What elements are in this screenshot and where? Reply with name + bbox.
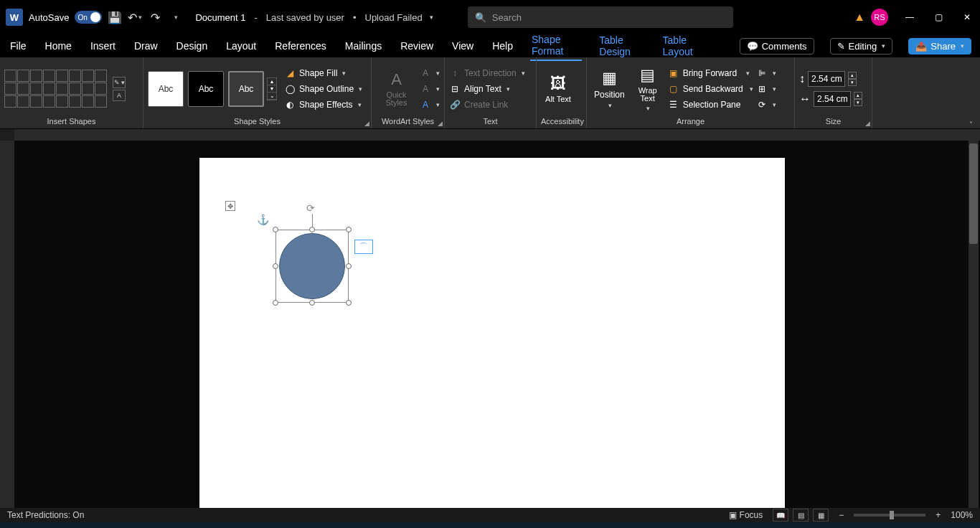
word-app-icon: W xyxy=(6,9,23,26)
tab-mailings[interactable]: Mailings xyxy=(344,37,383,55)
page[interactable]: ✥ ⚓ ⟳ ⌒ xyxy=(199,158,785,508)
move-handle-icon[interactable]: ✥ xyxy=(225,201,235,211)
upload-status[interactable]: Upload Failed xyxy=(365,12,423,23)
resize-handle[interactable] xyxy=(273,227,278,232)
vertical-scrollbar[interactable] xyxy=(969,141,979,508)
tab-layout[interactable]: Layout xyxy=(225,37,258,55)
zoom-level[interactable]: 100% xyxy=(951,510,973,520)
height-icon: ↕ xyxy=(799,72,805,85)
document-canvas[interactable]: ✥ ⚓ ⟳ ⌒ xyxy=(14,141,980,508)
resize-handle[interactable] xyxy=(273,263,278,269)
send-backward-icon: ▢ xyxy=(668,83,679,95)
resize-handle[interactable] xyxy=(346,227,352,232)
close-button[interactable]: ✕ xyxy=(960,12,974,22)
bring-forward-icon: ▣ xyxy=(668,67,679,79)
text-predictions-status[interactable]: Text Predictions: On xyxy=(7,510,84,520)
text-effects-button[interactable]: A▾ xyxy=(420,99,440,110)
focus-mode-button[interactable]: ▣ Focus xyxy=(729,510,763,520)
selected-oval-shape[interactable]: ⟳ ⌒ xyxy=(275,230,349,303)
maximize-button[interactable]: ▢ xyxy=(931,12,946,22)
group-button[interactable]: ⊞▾ xyxy=(756,83,776,95)
text-box-button[interactable]: A xyxy=(113,90,126,101)
width-icon: ↔ xyxy=(799,93,811,105)
alt-text-button[interactable]: 🖼 Alt Text xyxy=(541,73,575,105)
warning-icon[interactable]: ▲ xyxy=(854,11,865,24)
pencil-icon: ✎ xyxy=(837,41,845,52)
document-name[interactable]: Document 1 xyxy=(195,12,245,23)
tab-shape-format[interactable]: Shape Format xyxy=(530,31,582,61)
create-link-button: 🔗Create Link xyxy=(449,99,525,110)
text-direction-icon: ↕ xyxy=(449,67,461,79)
tab-view[interactable]: View xyxy=(451,37,475,55)
group-label-arrange: Arrange xyxy=(591,117,790,127)
zoom-in-button[interactable]: + xyxy=(936,510,941,520)
align-button[interactable]: ⊫▾ xyxy=(756,67,776,79)
vertical-ruler[interactable] xyxy=(0,141,14,508)
editing-mode-button[interactable]: ✎Editing▾ xyxy=(830,38,893,55)
tab-references[interactable]: References xyxy=(273,37,328,55)
shape-style-gallery[interactable]: Abc Abc Abc xyxy=(148,71,264,107)
comments-button[interactable]: 💬Comments xyxy=(740,38,814,55)
wrap-text-button[interactable]: ▤ Wrap Text▾ xyxy=(631,65,665,113)
scrollbar-thumb[interactable] xyxy=(969,143,978,244)
bring-forward-button[interactable]: ▣Bring Forward▾ xyxy=(668,67,753,79)
resize-handle[interactable] xyxy=(273,300,278,306)
position-button[interactable]: ▦ Position▾ xyxy=(591,67,628,110)
rotate-button[interactable]: ⟳▾ xyxy=(756,99,776,110)
save-icon[interactable]: 💾 xyxy=(108,10,122,24)
web-layout-button[interactable]: ▦ xyxy=(813,509,829,522)
share-button[interactable]: 📤Share▾ xyxy=(908,38,971,55)
tab-home[interactable]: Home xyxy=(44,37,73,55)
send-backward-button[interactable]: ▢Send Backward▾ xyxy=(668,83,753,95)
tab-table-layout[interactable]: Table Layout xyxy=(661,32,708,60)
zoom-out-button[interactable]: − xyxy=(839,510,844,520)
selection-pane-button[interactable]: ☰Selection Pane xyxy=(668,99,753,110)
taskbar xyxy=(0,522,980,528)
resize-handle[interactable] xyxy=(309,300,315,306)
shape-outline-button[interactable]: ◯Shape Outline▾ xyxy=(284,83,362,95)
resize-handle[interactable] xyxy=(346,300,352,306)
group-icon: ⊞ xyxy=(756,83,768,95)
ribbon: ✎▾ A Insert Shapes Abc Abc Abc ▴▾⌄ ◢Shap… xyxy=(0,57,980,129)
shape-fill-button[interactable]: ◢Shape Fill▾ xyxy=(284,67,362,79)
shapes-gallery[interactable] xyxy=(4,70,107,108)
anchor-icon[interactable]: ⚓ xyxy=(257,214,269,225)
rotate-handle[interactable]: ⟳ xyxy=(306,202,318,214)
shape-effects-button[interactable]: ◐Shape Effects▾ xyxy=(284,99,362,110)
layout-options-button[interactable]: ⌒ xyxy=(354,240,373,254)
undo-icon[interactable]: ↶▾ xyxy=(128,10,142,24)
tab-file[interactable]: File xyxy=(9,37,28,55)
style-gallery-more[interactable]: ▴▾⌄ xyxy=(267,77,277,100)
edit-shape-button[interactable]: ✎▾ xyxy=(113,77,126,88)
wordart-launcher[interactable]: ◢ xyxy=(438,120,443,127)
resize-handle[interactable] xyxy=(346,263,352,269)
tab-review[interactable]: Review xyxy=(399,37,435,55)
print-layout-button[interactable]: ▤ xyxy=(793,509,809,522)
minimize-button[interactable]: — xyxy=(903,12,917,22)
user-avatar[interactable]: RS xyxy=(871,9,888,26)
zoom-slider[interactable] xyxy=(854,514,925,517)
comment-icon: 💬 xyxy=(747,41,758,52)
resize-handle[interactable] xyxy=(309,227,315,232)
tab-help[interactable]: Help xyxy=(491,37,514,55)
tab-design[interactable]: Design xyxy=(175,37,209,55)
search-input[interactable]: 🔍 Search xyxy=(468,6,733,28)
tab-table-design[interactable]: Table Design xyxy=(598,32,645,60)
read-mode-button[interactable]: 📖 xyxy=(773,509,788,522)
shape-height-input[interactable]: ↕ ▴▾ xyxy=(799,71,862,87)
style-preset-3[interactable]: Abc xyxy=(228,71,264,107)
align-text-button[interactable]: ⊟Align Text▾ xyxy=(449,83,525,95)
style-preset-2[interactable]: Abc xyxy=(188,71,224,107)
tab-draw[interactable]: Draw xyxy=(133,37,159,55)
qat-customize-icon[interactable]: ▾ xyxy=(168,10,182,24)
size-launcher[interactable]: ◢ xyxy=(865,120,870,127)
shape-styles-launcher[interactable]: ◢ xyxy=(364,120,369,127)
autosave-toggle[interactable]: On xyxy=(75,11,102,24)
search-icon: 🔍 xyxy=(475,12,486,23)
tab-insert[interactable]: Insert xyxy=(89,37,117,55)
redo-icon[interactable]: ↷ xyxy=(148,10,162,24)
group-label-wordart: WordArt Styles xyxy=(376,117,440,127)
shape-width-input[interactable]: ↔ ▴▾ xyxy=(799,91,862,107)
style-preset-1[interactable]: Abc xyxy=(148,71,184,107)
horizontal-ruler[interactable] xyxy=(14,129,980,141)
